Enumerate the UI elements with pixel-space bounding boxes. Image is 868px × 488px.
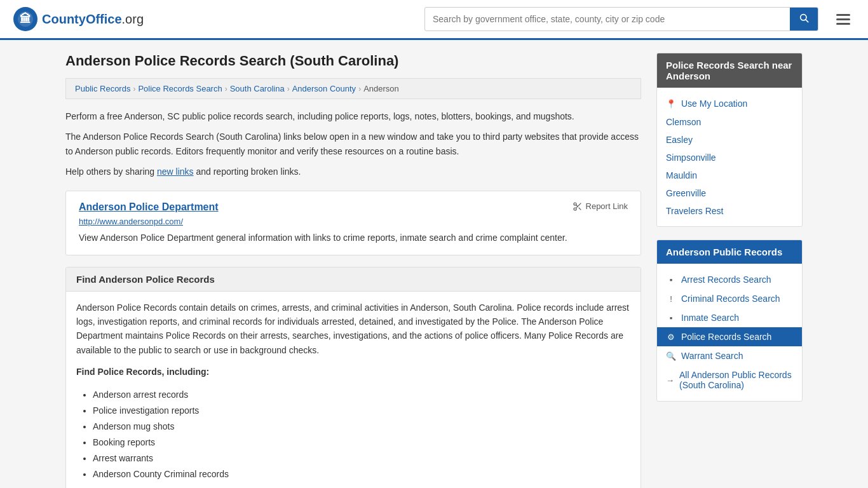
svg-line-8: [578, 207, 581, 210]
search-input[interactable]: [425, 9, 790, 29]
breadcrumb-link-police-records-search[interactable]: Police Records Search: [138, 84, 222, 93]
logo-icon: 🏛: [13, 6, 38, 32]
desc-paragraph-1: Perform a free Anderson, SC public polic…: [65, 109, 641, 123]
location-icon: 📍: [666, 99, 676, 109]
nearby-links-container: ClemsonEasleySimpsonvilleMauldinGreenvil…: [657, 113, 802, 220]
list-item: Booking reports: [93, 435, 630, 451]
sidebar: Police Records Search near Anderson 📍 Us…: [656, 53, 803, 488]
public-records-link-label: Criminal Records Search: [681, 294, 780, 304]
nearby-section: Police Records Search near Anderson 📍 Us…: [656, 53, 803, 227]
breadcrumb-sep-2: ›: [225, 85, 227, 93]
report-link-button[interactable]: Report Link: [573, 201, 628, 212]
page-wrap: Anderson Police Records Search (South Ca…: [53, 40, 815, 488]
list-item: Anderson arrest records: [93, 387, 630, 403]
desc-paragraph-2: The Anderson Police Records Search (Sout…: [65, 130, 641, 158]
public-records-link[interactable]: ▪Inmate Search: [657, 308, 802, 327]
nearby-link[interactable]: Clemson: [657, 113, 802, 131]
logo-text: CountyOffice.org: [42, 12, 144, 27]
resource-title-link[interactable]: Anderson Police Department: [79, 201, 219, 213]
public-records-link-label: Inmate Search: [681, 313, 739, 323]
public-records-link-icon: ⚙: [666, 332, 676, 342]
breadcrumb: Public Records › Police Records Search ›…: [65, 78, 641, 99]
list-item: Anderson County Criminal records: [93, 466, 630, 482]
public-records-section: Anderson Public Records ▪Arrest Records …: [656, 240, 803, 402]
resource-url-link[interactable]: http://www.andersonpd.com/: [79, 217, 628, 226]
menu-button[interactable]: [831, 11, 855, 27]
nearby-link[interactable]: Simpsonville: [657, 149, 802, 166]
public-records-link[interactable]: ▪Arrest Records Search: [657, 270, 802, 289]
search-button[interactable]: [790, 8, 818, 30]
find-includes-title: Find Police Records, including:: [76, 365, 630, 379]
svg-line-9: [576, 205, 578, 207]
breadcrumb-link-public-records[interactable]: Public Records: [75, 84, 130, 93]
main-content: Anderson Police Records Search (South Ca…: [65, 53, 641, 488]
nearby-link[interactable]: Mauldin: [657, 166, 802, 184]
public-records-link-label: Warrant Search: [681, 351, 743, 361]
find-list: Anderson arrest recordsPolice investigat…: [76, 387, 630, 483]
use-my-location-link[interactable]: 📍 Use My Location: [657, 94, 802, 113]
breadcrumb-link-anderson-county[interactable]: Anderson County: [292, 84, 356, 93]
public-records-link-icon: !: [666, 294, 676, 304]
logo[interactable]: 🏛 CountyOffice.org: [13, 6, 144, 32]
public-records-link[interactable]: →All Anderson Public Records (South Caro…: [657, 365, 802, 395]
resource-card: Anderson Police Department Report Link h…: [65, 191, 641, 255]
find-section-paragraph: Anderson Police Records contain details …: [76, 301, 630, 358]
site-header: 🏛 CountyOffice.org: [0, 0, 868, 40]
scissors-icon: [573, 201, 583, 212]
public-records-section-header: Anderson Public Records: [657, 240, 802, 264]
nearby-link[interactable]: Travelers Rest: [657, 202, 802, 220]
public-records-section-body: ▪Arrest Records Search!Criminal Records …: [657, 264, 802, 401]
find-section-header: Find Anderson Police Records: [66, 268, 641, 292]
public-records-link-label: All Anderson Public Records (South Carol…: [679, 370, 793, 390]
list-item: Anderson mug shots: [93, 419, 630, 435]
nearby-link[interactable]: Easley: [657, 131, 802, 149]
page-title: Anderson Police Records Search (South Ca…: [65, 53, 641, 69]
breadcrumb-sep-1: ›: [133, 85, 135, 93]
find-section-body: Anderson Police Records contain details …: [66, 292, 641, 488]
public-records-link-icon: 🔍: [666, 351, 676, 361]
public-records-link-icon: →: [666, 376, 674, 385]
new-links-link[interactable]: new links: [157, 166, 194, 177]
list-item: Arrest warrants: [93, 451, 630, 466]
find-section: Find Anderson Police Records Anderson Po…: [65, 267, 641, 488]
desc-paragraph-3: Help others by sharing new links and rep…: [65, 165, 641, 179]
svg-text:🏛: 🏛: [20, 12, 31, 25]
svg-point-6: [574, 208, 576, 210]
public-records-link-icon: ▪: [666, 275, 676, 285]
svg-line-4: [806, 20, 808, 22]
nearby-link[interactable]: Greenville: [657, 184, 802, 202]
svg-point-5: [574, 203, 576, 205]
search-icon: [799, 13, 809, 23]
nearby-section-header: Police Records Search near Anderson: [657, 53, 802, 88]
breadcrumb-current: Anderson: [363, 84, 399, 93]
resource-description: View Anderson Police Department general …: [79, 231, 628, 245]
public-records-link[interactable]: ⚙Police Records Search: [657, 327, 802, 346]
public-records-links-container: ▪Arrest Records Search!Criminal Records …: [657, 270, 802, 395]
public-records-link[interactable]: !Criminal Records Search: [657, 289, 802, 308]
hamburger-icon: [836, 14, 850, 25]
nearby-section-body: 📍 Use My Location ClemsonEasleySimpsonvi…: [657, 88, 802, 226]
public-records-link-label: Police Records Search: [681, 332, 771, 342]
resource-card-header: Anderson Police Department Report Link: [79, 201, 628, 217]
list-item: Police investigation reports: [93, 403, 630, 419]
breadcrumb-sep-3: ›: [287, 85, 290, 93]
breadcrumb-link-south-carolina[interactable]: South Carolina: [230, 84, 285, 93]
breadcrumb-sep-4: ›: [358, 85, 361, 93]
public-records-link[interactable]: 🔍Warrant Search: [657, 346, 802, 365]
public-records-link-icon: ▪: [666, 313, 676, 323]
public-records-link-label: Arrest Records Search: [681, 274, 771, 285]
search-bar: [424, 7, 818, 31]
